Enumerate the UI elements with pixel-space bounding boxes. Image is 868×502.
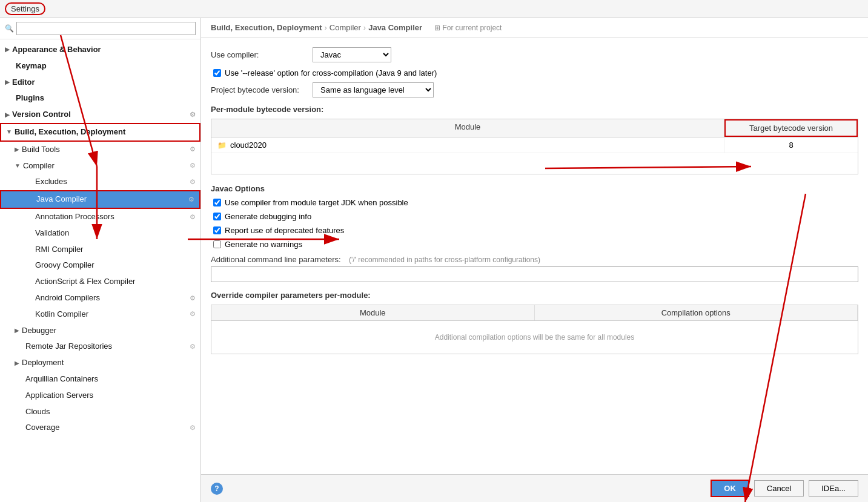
tree-arrow: ▶ <box>5 45 10 54</box>
breadcrumb-part-1: Build, Execution, Deployment <box>211 23 322 32</box>
sidebar-item-android-compilers[interactable]: Android Compilers⚙ <box>0 290 200 306</box>
javac-opt-3-row: Report use of deprecated features <box>211 226 858 235</box>
sidebar-item-build-tools[interactable]: ▶Build Tools⚙ <box>0 142 200 158</box>
javac-opt-4-label[interactable]: Generate no warnings <box>225 240 302 249</box>
config-icon: ⚙ <box>190 293 196 304</box>
override-module-header: Module <box>211 305 535 320</box>
config-icon: ⚙ <box>190 212 196 223</box>
sidebar-item-label: Excludes <box>35 176 67 188</box>
help-icon[interactable]: ? <box>211 483 223 495</box>
sidebar-item-keymap[interactable]: Keymap <box>0 58 200 74</box>
sidebar-item-kotlin-compiler[interactable]: Kotlin Compiler⚙ <box>0 306 200 323</box>
search-icon: 🔍 <box>5 24 14 33</box>
tree-arrow: ▶ <box>5 110 10 120</box>
sidebar-item-label: Editor <box>12 76 35 89</box>
content-area: Build, Execution, Deployment › Compiler … <box>201 18 868 502</box>
override-table: Module Compilation options Additional co… <box>211 305 858 354</box>
sidebar-item-label: Build Tools <box>22 144 60 156</box>
sidebar-item-plugins[interactable]: Plugins <box>0 90 200 107</box>
release-option-checkbox[interactable] <box>213 69 221 77</box>
sidebar-item-java-compiler[interactable]: Java Compiler⚙ <box>0 190 200 209</box>
sidebar-item-deployment[interactable]: ▶Deployment <box>0 355 200 371</box>
javac-opt-3-checkbox[interactable] <box>213 226 221 234</box>
sidebar-item-label: Clouds <box>25 406 50 418</box>
javac-opt-1-checkbox[interactable] <box>213 199 221 206</box>
sidebar-item-rmi-compiler[interactable]: RMI Compiler <box>0 242 200 258</box>
sidebar-item-version-control[interactable]: ▶Version Control⚙ <box>0 107 200 123</box>
search-input[interactable] <box>16 22 196 35</box>
release-option-label[interactable]: Use '--release' option for cross-compila… <box>225 68 437 78</box>
table-row[interactable]: 📁 cloud2020 8 <box>211 137 858 153</box>
sidebar-item-label: Android Compilers <box>35 292 100 305</box>
javac-options-section: Javac Options Use compiler from module t… <box>211 184 858 282</box>
sidebar-item-label: Java Compiler <box>36 193 87 206</box>
sidebar-item-clouds[interactable]: Clouds <box>0 404 200 420</box>
sidebar-item-label: Arquillian Containers <box>25 373 98 386</box>
sidebar-item-excludes[interactable]: Excludes⚙ <box>0 174 200 190</box>
breadcrumb-sep-1: › <box>324 23 326 32</box>
sidebar-item-arquillian[interactable]: Arquillian Containers <box>0 371 200 388</box>
cancel-button[interactable]: Cancel <box>754 480 804 497</box>
tree-arrow: ▶ <box>5 78 10 87</box>
sidebar-item-label: Application Servers <box>25 389 93 402</box>
module-col-header: Module <box>211 119 724 137</box>
javac-opt-1-label[interactable]: Use compiler from module target JDK when… <box>225 198 408 207</box>
for-project-label: ⊞ For current project <box>434 24 502 32</box>
additional-params-label: Additional command line parameters: <box>211 255 344 264</box>
override-section: Override compiler parameters per-module:… <box>211 291 858 354</box>
additional-params-input[interactable] <box>211 266 858 282</box>
override-options-header: Compilation options <box>535 305 858 320</box>
sidebar-item-label: Debugger <box>22 325 56 337</box>
sidebar-item-groovy-compiler[interactable]: Groovy Compiler <box>0 257 200 274</box>
tree-arrow: ▶ <box>15 358 19 368</box>
apply-button[interactable]: IDEa... <box>809 480 858 497</box>
sidebar-item-editor[interactable]: ▶Editor <box>0 74 200 91</box>
additional-params-row: Additional command line parameters: ('/'… <box>211 255 858 264</box>
sidebar-item-app-servers[interactable]: Application Servers <box>0 388 200 404</box>
javac-opt-4-row: Generate no warnings <box>211 240 858 249</box>
config-icon: ⚙ <box>190 177 196 188</box>
additional-params-hint: ('/' recommended in paths for cross-plat… <box>349 256 540 264</box>
sidebar-item-annotation-processors[interactable]: Annotation Processors⚙ <box>0 209 200 225</box>
breadcrumb-sep-2: › <box>363 23 366 32</box>
sidebar-item-debugger[interactable]: ▶Debugger <box>0 323 200 339</box>
config-icon: ⚙ <box>190 110 196 121</box>
ok-button[interactable]: OK <box>711 480 749 497</box>
config-icon: ⚙ <box>190 144 196 155</box>
javac-opt-2-label[interactable]: Generate debugging info <box>225 212 311 221</box>
use-compiler-label: Use compiler: <box>211 50 308 59</box>
config-icon: ⚙ <box>188 194 194 205</box>
sidebar-item-label: Remote Jar Repositories <box>25 340 112 353</box>
module-name: cloud2020 <box>230 140 267 150</box>
breadcrumb-part-2: Compiler <box>330 23 361 32</box>
override-empty-message: Additional compilation options will be t… <box>211 321 858 354</box>
project-bytecode-select[interactable]: Same as language level 5678 91011 <box>313 82 434 97</box>
sidebar-item-label: Deployment <box>22 357 64 369</box>
javac-opt-4-checkbox[interactable] <box>213 240 221 248</box>
sidebar-item-build-execution[interactable]: ▼Build, Execution, Deployment <box>0 123 200 142</box>
tree-arrow: ▼ <box>6 127 12 137</box>
sidebar-item-appearance[interactable]: ▶Appearance & Behavior <box>0 42 200 58</box>
bottom-bar: ? OK Cancel IDEa... <box>201 474 868 502</box>
sidebar-item-label: Plugins <box>16 92 44 105</box>
breadcrumb: Build, Execution, Deployment › Compiler … <box>201 18 868 38</box>
release-option-row: Use '--release' option for cross-compila… <box>211 68 858 78</box>
javac-opt-3-label[interactable]: Report use of deprecated features <box>225 226 344 235</box>
sidebar-item-coverage[interactable]: Coverage⚙ <box>0 420 200 436</box>
settings-sidebar: 🔍 ▶Appearance & BehaviorKeymap▶EditorPlu… <box>0 18 201 502</box>
tree-arrow: ▶ <box>15 145 19 154</box>
sidebar-item-validation[interactable]: Validation <box>0 225 200 242</box>
sidebar-item-compiler[interactable]: ▼Compiler⚙ <box>0 158 200 174</box>
sidebar-item-label: Version Control <box>12 108 71 121</box>
project-bytecode-row: Project bytecode version: Same as langua… <box>211 82 858 97</box>
window-title: Settings <box>5 2 45 15</box>
sidebar-item-actionscript[interactable]: ActionScript & Flex Compiler <box>0 274 200 290</box>
sidebar-item-remote-jar[interactable]: Remote Jar Repositories⚙ <box>0 339 200 355</box>
sidebar-item-label: Validation <box>35 227 69 240</box>
tree-arrow: ▶ <box>15 326 19 335</box>
module-table: Module Target bytecode version 📁 cloud20… <box>211 119 858 174</box>
module-cell: 📁 cloud2020 <box>211 137 724 153</box>
additional-params-container: Additional command line parameters: ('/'… <box>211 255 858 282</box>
javac-opt-2-checkbox[interactable] <box>213 213 221 220</box>
use-compiler-select[interactable]: Javac Eclipse Ajc <box>313 47 391 62</box>
